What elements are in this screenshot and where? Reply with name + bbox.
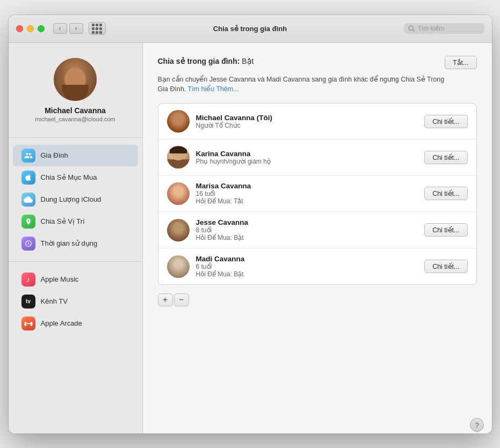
grid-view-button[interactable] <box>89 22 106 35</box>
avatar-jesse <box>167 219 190 241</box>
header-label: Chia sẻ trong gia đình: <box>158 57 240 65</box>
close-button[interactable] <box>16 25 23 32</box>
avatar-michael <box>167 110 190 133</box>
sidebar-item-family[interactable]: Gia Đình <box>13 145 138 166</box>
family-icon <box>21 149 35 163</box>
member-role2: Hỏi Để Mua: Bật <box>196 234 425 241</box>
table-row: Karina Cavanna Phụ huynh/người giám hộ C… <box>158 139 476 175</box>
sidebar-item-music[interactable]: ♪ Apple Music <box>13 269 138 290</box>
member-role: 16 tuổi <box>196 190 425 197</box>
avatar-marisa <box>167 182 190 205</box>
sidebar-label-location: Chia Sẻ Vị Trí <box>41 217 85 225</box>
avatar-karina <box>167 146 190 168</box>
tv-icon: tv <box>21 295 35 309</box>
description-text: Bạn cần chuyển Jesse Cavanna và Madi Cav… <box>158 75 448 95</box>
sidebar-item-icloud[interactable]: Dung Lượng iCloud <box>13 189 138 210</box>
sidebar: Michael Cavanna michael_cavanna@icloud.c… <box>9 43 143 434</box>
chi-tiet-button-jesse[interactable]: Chi tiết... <box>424 223 467 237</box>
profile-name: Michael Cavanna <box>45 106 106 115</box>
sidebar-label-icloud: Dung Lượng iCloud <box>41 195 102 203</box>
forward-button[interactable]: › <box>69 23 83 34</box>
member-role: Phụ huynh/người giám hộ <box>196 158 425 165</box>
titlebar: ‹ › Chia sẻ trong gia đình Tìm kiếm <box>9 15 492 43</box>
nav-buttons: ‹ › <box>53 22 106 35</box>
tat-button[interactable]: Tắt... <box>445 56 477 69</box>
search-icon <box>408 25 415 32</box>
sidebar-divider-2 <box>9 261 142 262</box>
member-info-madi: Madi Cavanna 6 tuổi Hỏi Để Mua: Bật <box>196 255 425 278</box>
sidebar-item-arcade[interactable]: Apple Arcade <box>13 313 138 334</box>
location-icon <box>21 215 35 229</box>
table-row: Marisa Cavanna 16 tuổi Hỏi Để Mua: Tắt C… <box>158 175 476 212</box>
table-row: Madi Cavanna 6 tuổi Hỏi Để Mua: Bật Chi … <box>158 248 476 284</box>
header-text: Chia sẻ trong gia đình: Bật <box>158 56 254 67</box>
content-area: Chia sẻ trong gia đình: Bật Tắt... Bạn c… <box>143 43 492 434</box>
profile-section: Michael Cavanna michael_cavanna@icloud.c… <box>9 43 142 133</box>
screentime-icon <box>21 237 35 251</box>
member-info-karina: Karina Cavanna Phụ huynh/người giám hộ <box>196 150 425 165</box>
member-name: Karina Cavanna <box>196 150 425 158</box>
maximize-button[interactable] <box>38 25 45 32</box>
profile-email: michael_cavanna@icloud.com <box>35 116 115 122</box>
chi-tiet-button-karina[interactable]: Chi tiết... <box>424 151 467 164</box>
icloud-icon <box>21 193 35 207</box>
minimize-button[interactable] <box>27 25 34 32</box>
search-box[interactable]: Tìm kiếm <box>404 23 484 34</box>
help-button[interactable]: ? <box>470 418 484 432</box>
sidebar-label-tv: Kênh TV <box>41 297 68 305</box>
chi-tiet-button-michael[interactable]: Chi tiết... <box>424 115 467 128</box>
status-text: Bật <box>242 57 253 65</box>
sidebar-section-main: Gia Đình Chia Sẻ Mục Mua <box>9 142 142 257</box>
sidebar-label-family: Gia Đình <box>41 151 68 159</box>
purchases-icon <box>21 171 35 185</box>
avatar <box>54 58 97 101</box>
member-name: Jesse Cavanna <box>196 218 425 226</box>
sidebar-item-screentime[interactable]: Thời gian sử dụng <box>13 233 138 254</box>
member-info-jesse: Jesse Cavanna 8 tuổi Hỏi Để Mua: Bật <box>196 218 425 241</box>
member-name: Michael Cavanna (Tôi) <box>196 114 425 122</box>
member-role: Người Tổ Chức <box>196 122 425 129</box>
member-info-marisa: Marisa Cavanna 16 tuổi Hỏi Để Mua: Tắt <box>196 182 425 205</box>
member-role: 6 tuổi <box>196 263 425 270</box>
member-role: 8 tuổi <box>196 226 425 234</box>
content-header: Chia sẻ trong gia đình: Bật Tắt... <box>158 56 477 69</box>
family-sharing-title: Chia sẻ trong gia đình: Bật <box>158 56 254 67</box>
member-info-michael: Michael Cavanna (Tôi) Người Tổ Chức <box>196 114 425 129</box>
sidebar-label-purchases: Chia Sẻ Mục Mua <box>41 173 97 181</box>
remove-member-button[interactable]: − <box>174 293 189 306</box>
traffic-lights <box>16 25 45 32</box>
chi-tiet-button-madi[interactable]: Chi tiết... <box>424 260 467 273</box>
sidebar-item-tv[interactable]: tv Kênh TV <box>13 291 138 312</box>
members-box: Michael Cavanna (Tôi) Người Tổ Chức Chi … <box>158 103 477 285</box>
table-row: Michael Cavanna (Tôi) Người Tổ Chức Chi … <box>158 104 476 139</box>
member-role2: Hỏi Để Mua: Bật <box>196 270 425 278</box>
svg-line-1 <box>412 30 414 31</box>
sidebar-label-screentime: Thời gian sử dụng <box>41 239 98 247</box>
back-button[interactable]: ‹ <box>53 23 67 34</box>
sidebar-label-arcade: Apple Arcade <box>41 319 82 327</box>
member-role2: Hỏi Để Mua: Tắt <box>196 197 425 205</box>
avatar-madi <box>167 255 190 278</box>
learn-more-link[interactable]: Tìm hiểu Thêm... <box>188 85 239 93</box>
grid-icon <box>92 24 102 34</box>
chi-tiet-button-marisa[interactable]: Chi tiết... <box>424 187 467 200</box>
search-placeholder: Tìm kiếm <box>418 25 445 32</box>
table-row: Jesse Cavanna 8 tuổi Hỏi Để Mua: Bật Chi… <box>158 212 476 248</box>
main-content: Michael Cavanna michael_cavanna@icloud.c… <box>9 43 492 434</box>
sidebar-section-media: ♪ Apple Music tv Kênh TV <box>9 266 142 337</box>
bottom-actions: + − <box>158 293 477 306</box>
arcade-icon <box>21 317 35 331</box>
add-member-button[interactable]: + <box>158 293 173 306</box>
sidebar-label-music: Apple Music <box>41 275 79 283</box>
sidebar-divider-1 <box>9 137 142 138</box>
member-name: Madi Cavanna <box>196 255 425 263</box>
music-icon: ♪ <box>21 273 35 287</box>
window-title: Chia sẻ trong gia đình <box>213 25 287 33</box>
sidebar-item-purchases[interactable]: Chia Sẻ Mục Mua <box>13 167 138 188</box>
member-name: Marisa Cavanna <box>196 182 425 190</box>
sidebar-item-location[interactable]: Chia Sẻ Vị Trí <box>13 211 138 232</box>
